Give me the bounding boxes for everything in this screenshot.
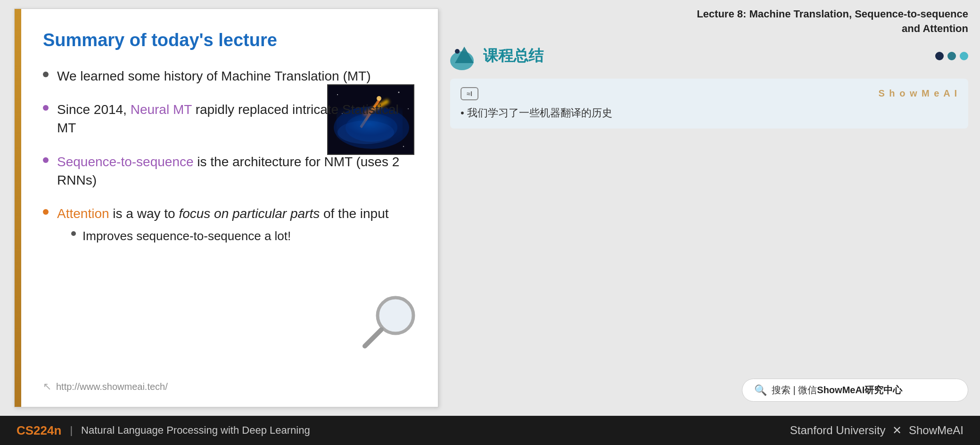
x-mark: ✕ <box>892 424 905 437</box>
bullet-item-1: We learned some history of Machine Trans… <box>43 67 414 85</box>
sub-bullet-1: Improves sequence-to-sequence a lot! <box>71 227 414 244</box>
right-panel: Lecture 8: Machine Translation, Sequence… <box>438 0 980 416</box>
svg-point-11 <box>403 146 404 147</box>
bullet-text-1: We learned some history of Machine Trans… <box>57 67 414 85</box>
nav-dot-light[interactable] <box>960 52 968 60</box>
showmeai-right-text: ShowMeAI <box>909 424 964 437</box>
cs224n-logo: CS224n <box>16 423 61 438</box>
bullet-dot-2 <box>43 105 49 111</box>
search-icon: 🔍 <box>754 384 767 396</box>
cursor-icon: ↖ <box>43 380 51 393</box>
bottom-bar: CS224n | Natural Language Processing wit… <box>0 416 980 445</box>
attention-highlight: Attention <box>57 206 109 221</box>
bullet-dot-3 <box>43 157 49 163</box>
seq2seq-highlight: Sequence-to-sequence <box>57 154 194 169</box>
main-container: Summary of today's lecture <box>0 0 980 445</box>
stanford-text: Stanford University <box>790 424 886 437</box>
nav-dot-teal[interactable] <box>947 52 956 60</box>
lecture-header-line2: and Attention <box>450 22 968 36</box>
lesson-title: 课程总结 <box>483 46 544 66</box>
lecture-header-line1: Lecture 8: Machine Translation, Sequence… <box>450 7 968 22</box>
bullet-text-3: Sequence-to-sequence is the architecture… <box>57 153 414 189</box>
content-area: Summary of today's lecture <box>0 0 980 416</box>
focus-italic: focus on particular parts <box>179 206 320 221</box>
slide-title: Summary of today's lecture <box>43 30 414 50</box>
bullet-item-4: Attention is a way to focus on particula… <box>43 204 414 245</box>
sub-bullet-dot <box>71 231 76 236</box>
bullet-text-4: Attention is a way to focus on particula… <box>57 204 414 245</box>
spacer <box>450 138 968 379</box>
bottom-right-text: Stanford University ✕ ShowMeAI <box>790 424 964 437</box>
bottom-separator: | <box>70 424 73 437</box>
search-text: 搜索 | 微信 <box>772 384 817 396</box>
card-bullet: • 我们学习了一些机器翻译的历史 <box>461 106 958 120</box>
wave-icon <box>450 42 483 70</box>
footer-link[interactable]: http://www.showmeai.tech/ <box>56 381 168 392</box>
card-bullet-text: • 我们学习了一些机器翻译的历史 <box>461 106 612 120</box>
showmeai-card: ≈I S h o w M e A I • 我们学习了一些机器翻译的历史 <box>450 79 968 129</box>
bullet-dot-1 <box>43 72 49 77</box>
showmeai-brand: S h o w M e A I <box>878 88 958 99</box>
ai-badge-text: ≈I <box>467 90 472 97</box>
bullet-item-2: Since 2014, Neural MT rapidly replaced i… <box>43 100 414 137</box>
svg-point-16 <box>455 49 460 54</box>
lecture-header: Lecture 8: Machine Translation, Sequence… <box>450 7 968 36</box>
magnify-icon <box>358 292 419 353</box>
neural-mt-highlight: Neural MT <box>131 102 192 117</box>
sub-bullet-text: Improves sequence-to-sequence a lot! <box>82 227 291 244</box>
slide-panel: Summary of today's lecture <box>14 8 438 407</box>
card-header: ≈I S h o w M e A I <box>461 87 958 100</box>
lecture-title-section: 课程总结 <box>450 42 968 70</box>
nav-dots <box>935 52 968 60</box>
bullet-item-3: Sequence-to-sequence is the architecture… <box>43 153 414 189</box>
svg-point-7 <box>337 94 338 95</box>
svg-line-13 <box>365 330 381 346</box>
bottom-course-name: Natural Language Processing with Deep Le… <box>81 424 790 437</box>
magnify-container <box>358 292 419 355</box>
bullet-text-2: Since 2014, Neural MT rapidly replaced i… <box>57 100 414 137</box>
search-bar[interactable]: 🔍 搜索 | 微信 ShowMeAI研究中心 <box>742 379 968 402</box>
nav-dot-dark[interactable] <box>935 52 944 60</box>
svg-point-8 <box>398 92 400 93</box>
slide-left-bar <box>15 9 21 407</box>
slide-footer: ↖ http://www.showmeai.tech/ <box>43 380 414 393</box>
ai-badge: ≈I <box>461 87 478 100</box>
bullet-dot-4 <box>43 209 49 215</box>
search-bold-text: ShowMeAI研究中心 <box>817 384 902 396</box>
